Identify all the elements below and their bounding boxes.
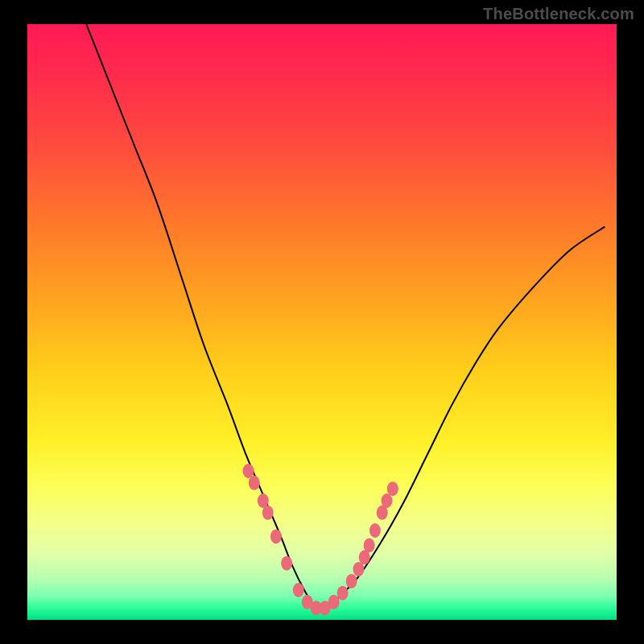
highlight-dots [243, 464, 398, 615]
watermark-text: TheBottleneck.com [483, 5, 634, 23]
highlight-dot [346, 574, 357, 588]
highlight-dot [281, 556, 292, 571]
highlight-dot [243, 464, 254, 478]
highlight-dot [337, 586, 349, 601]
highlight-dot [353, 562, 364, 576]
bottleneck-curve [86, 24, 605, 610]
curve-layer [27, 24, 617, 620]
highlight-dot [369, 523, 381, 538]
highlight-dot [270, 529, 282, 543]
highlight-dot [328, 595, 340, 609]
chart-frame: TheBottleneck.com [0, 0, 644, 644]
highlight-dot [382, 493, 393, 508]
highlight-dot [249, 476, 260, 490]
plot-area [27, 24, 617, 620]
highlight-dot [387, 481, 398, 496]
highlight-dot [364, 539, 375, 553]
highlight-dot [262, 506, 274, 520]
highlight-dot [293, 583, 304, 597]
